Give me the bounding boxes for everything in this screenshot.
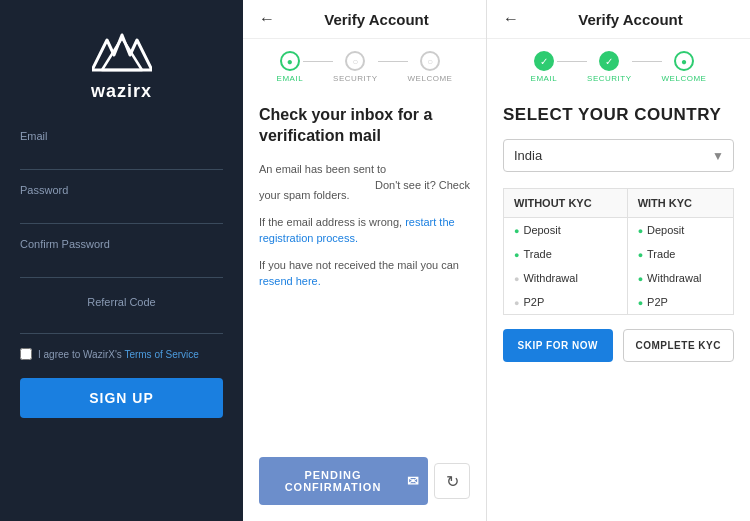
logo-text: wazirx bbox=[91, 81, 152, 102]
with-kyc-p2p: ●P2P bbox=[627, 290, 733, 315]
email-group: Email bbox=[20, 130, 223, 170]
step-email: ● EMAIL bbox=[277, 51, 304, 83]
step-welcome-circle: ○ bbox=[420, 51, 440, 71]
table-row: ●Withdrawal ●Withdrawal bbox=[504, 266, 734, 290]
step-welcome: ○ WELCOME bbox=[408, 51, 453, 83]
verify-email-panel: ← Verify Account ● EMAIL ○ SECURITY ○ WE… bbox=[243, 0, 487, 521]
signup-button[interactable]: SIGN UP bbox=[20, 378, 223, 418]
country-step-security: ✓ SECURITY bbox=[587, 51, 631, 83]
without-kyc-trade: ●Trade bbox=[504, 242, 628, 266]
logo-container: wazirx bbox=[91, 30, 152, 102]
country-select[interactable]: India bbox=[503, 139, 734, 172]
wazirx-logo-icon bbox=[92, 30, 152, 75]
verify-body-resend: If you have not received the mail you ca… bbox=[259, 257, 470, 290]
verify-email-title: Verify Account bbox=[283, 11, 470, 28]
email-label: Email bbox=[20, 130, 223, 142]
signup-panel: wazirx Email Password Confirm Password R… bbox=[0, 0, 243, 521]
resend-link[interactable]: resend here. bbox=[259, 275, 321, 287]
country-steps: ✓ EMAIL ✓ SECURITY ● WELCOME bbox=[487, 39, 750, 91]
table-row: ●P2P ●P2P bbox=[504, 290, 734, 315]
tos-link[interactable]: Terms of Service bbox=[124, 349, 198, 360]
country-content: SELECT YOUR COUNTRY India ▼ WITHOUT KYC … bbox=[487, 91, 750, 521]
confirm-password-label: Confirm Password bbox=[20, 238, 223, 250]
kyc-btn-row: SKIP FOR NOW COMPLETE KYC bbox=[503, 329, 734, 366]
country-panel: ← Verify Account ✓ EMAIL ✓ SECURITY ● WE… bbox=[487, 0, 750, 521]
tos-checkbox[interactable] bbox=[20, 348, 32, 360]
verify-body-1: An email has been sent to Don't see it? … bbox=[259, 161, 470, 178]
password-label: Password bbox=[20, 184, 223, 196]
country-select-wrapper: India ▼ bbox=[503, 139, 734, 172]
without-kyc-withdrawal: ●Withdrawal bbox=[504, 266, 628, 290]
tos-row: I agree to WazirX's Terms of Service bbox=[20, 348, 223, 360]
step-welcome-label: WELCOME bbox=[408, 74, 453, 83]
verify-email-steps: ● EMAIL ○ SECURITY ○ WELCOME bbox=[243, 39, 486, 91]
country-header: ← Verify Account bbox=[487, 0, 750, 39]
country-step-email-circle: ✓ bbox=[534, 51, 554, 71]
step-line-1 bbox=[303, 61, 333, 62]
step-security: ○ SECURITY bbox=[333, 51, 377, 83]
step-email-circle: ● bbox=[280, 51, 300, 71]
table-row: ●Trade ●Trade bbox=[504, 242, 734, 266]
step-email-label: EMAIL bbox=[277, 74, 304, 83]
step-security-label: SECURITY bbox=[333, 74, 377, 83]
referral-group: Referral Code bbox=[20, 292, 223, 334]
country-step-welcome-label: WELCOME bbox=[662, 74, 707, 83]
refresh-icon: ↻ bbox=[446, 472, 459, 491]
verify-body-wrong: If the email address is wrong, restart t… bbox=[259, 214, 470, 247]
with-kyc-trade: ●Trade bbox=[627, 242, 733, 266]
with-kyc-deposit: ●Deposit bbox=[627, 218, 733, 243]
verify-email-header: ← Verify Account bbox=[243, 0, 486, 39]
email-input[interactable] bbox=[20, 146, 223, 170]
with-kyc-header: WITH KYC bbox=[627, 189, 733, 218]
verify-email-content: Check your inbox for a verification mail… bbox=[243, 91, 486, 441]
without-kyc-p2p: ●P2P bbox=[504, 290, 628, 315]
without-kyc-deposit: ●Deposit bbox=[504, 218, 628, 243]
country-heading: SELECT YOUR COUNTRY bbox=[503, 105, 734, 125]
referral-label: Referral Code bbox=[87, 296, 155, 308]
country-step-line-1 bbox=[557, 61, 587, 62]
country-step-security-label: SECURITY bbox=[587, 74, 631, 83]
complete-kyc-button[interactable]: COMPLETE KYC bbox=[623, 329, 735, 362]
refresh-button[interactable]: ↻ bbox=[434, 463, 470, 499]
confirm-password-group: Confirm Password bbox=[20, 238, 223, 278]
password-input[interactable] bbox=[20, 200, 223, 224]
country-step-line-2 bbox=[632, 61, 662, 62]
step-line-2 bbox=[378, 61, 408, 62]
step-security-circle: ○ bbox=[345, 51, 365, 71]
pending-confirmation-button[interactable]: PENDING CONFIRMATION ✉ bbox=[259, 457, 428, 505]
mail-icon: ✉ bbox=[407, 473, 420, 489]
skip-for-now-button[interactable]: SKIP FOR NOW bbox=[503, 329, 613, 362]
country-step-email-label: EMAIL bbox=[531, 74, 558, 83]
tos-label: I agree to WazirX's Terms of Service bbox=[38, 349, 199, 360]
kyc-table: WITHOUT KYC WITH KYC ●Deposit ●Deposit ●… bbox=[503, 188, 734, 315]
country-step-email: ✓ EMAIL bbox=[531, 51, 558, 83]
referral-input[interactable] bbox=[20, 310, 223, 334]
confirm-password-input[interactable] bbox=[20, 254, 223, 278]
country-back-arrow-icon[interactable]: ← bbox=[503, 10, 519, 28]
password-group: Password bbox=[20, 184, 223, 224]
without-kyc-header: WITHOUT KYC bbox=[504, 189, 628, 218]
country-step-welcome-circle: ● bbox=[674, 51, 694, 71]
with-kyc-withdrawal: ●Withdrawal bbox=[627, 266, 733, 290]
verify-heading: Check your inbox for a verification mail bbox=[259, 105, 470, 147]
back-arrow-icon[interactable]: ← bbox=[259, 10, 275, 28]
country-step-welcome: ● WELCOME bbox=[662, 51, 707, 83]
country-step-security-circle: ✓ bbox=[599, 51, 619, 71]
country-title: Verify Account bbox=[527, 11, 734, 28]
pending-btn-row: PENDING CONFIRMATION ✉ ↻ bbox=[243, 457, 486, 521]
table-row: ●Deposit ●Deposit bbox=[504, 218, 734, 243]
